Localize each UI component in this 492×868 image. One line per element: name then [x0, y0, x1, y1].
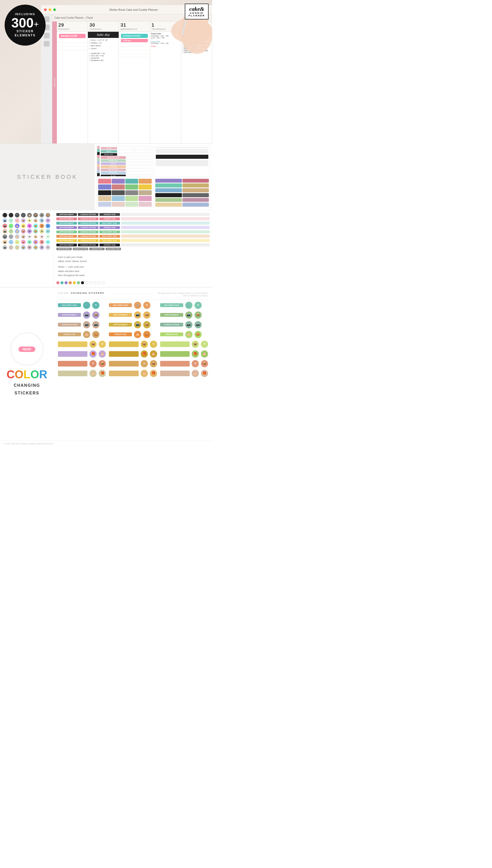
icon-circle-ros1: 📦	[21, 229, 26, 234]
badge-plus: +	[33, 20, 39, 29]
icon-blank-lg-2: ✕	[201, 341, 208, 348]
sticker-book-right-panel: to do bake bake day celebration work do …	[95, 144, 212, 210]
sticker-col-3: DELIVERY DUE 🛒 ✕ APPOINTMENT 📷 📦 CONSULT…	[160, 302, 208, 377]
day-header-monday: 29 MONDAY	[57, 22, 88, 32]
icon-blank-cor-2: 📦	[201, 360, 208, 367]
icon-blank-olv-1: 🎁	[141, 350, 148, 358]
sticker-description-text: track or plan your meals adfast, lunch, …	[56, 254, 210, 279]
sticker-label-row-purple: APPOINTMENT CONSULTATION ORDER DUE	[56, 226, 210, 229]
label-small-cons: CONSULTATION	[73, 248, 88, 250]
icon-circle-pink1: 🎂	[15, 218, 20, 223]
sticker-label-row-dark: APPOINTMENT CONSULTATION ORDER DUE	[56, 213, 210, 216]
icon-blank-lg-1: 📦	[192, 341, 199, 348]
icon-circle-org1: ⚙	[40, 224, 44, 228]
icon-blank-kha-2: 🎁	[99, 370, 106, 377]
toolbar-minimize-dot	[49, 8, 51, 11]
blank-sand	[109, 371, 139, 376]
blank-coral	[160, 361, 190, 366]
icon-order-caramel-2: 🍪	[92, 331, 99, 338]
icon-circle-yellow1: ✉	[27, 218, 32, 223]
row-blank-fern: 🎁 🎂	[160, 350, 208, 358]
dot-yellow	[73, 281, 76, 284]
sticker-label-row-pink: APPOINTMENT CONSULTATION ORDER DUE	[56, 217, 210, 220]
icon-circle-drs1: ✉	[27, 245, 32, 250]
icon-circle-cya1: 🍪	[33, 224, 38, 228]
icon-circle-sblu1: ✂	[46, 224, 50, 228]
panel-title-color: COLOR	[58, 292, 69, 294]
icon-blank-lav-2: 🎂	[99, 350, 106, 358]
icon-circle-sil1: 📷	[3, 245, 7, 250]
brand-name-cookie: cookie	[188, 12, 205, 14]
dot-teal	[60, 281, 64, 284]
row-orderdue-amber: ORDER DUE 🎂 🍪	[109, 331, 157, 338]
dot-pink	[56, 281, 59, 284]
new-badge-label: NEW!	[19, 347, 35, 352]
icon-delivery-teal-1: 🛒	[83, 302, 90, 309]
icon-circle-green1: 🛒	[9, 218, 13, 223]
blank-rect-dark	[121, 213, 210, 216]
hand-stylus-illustration	[135, 10, 212, 82]
icon-circle-gray2: 🍪	[46, 213, 50, 218]
icon-delivery-grn-1: 🛒	[185, 302, 193, 309]
label-delivery-orange: DELIVERY DUE	[99, 235, 120, 238]
label-delivery-teal: DELIVERY DUE	[58, 303, 81, 307]
icon-circle-lgr1: 🛒	[9, 229, 13, 234]
sticker-page-todo: to do bake bake day celebration work do …	[97, 146, 153, 176]
dot-purple	[65, 281, 68, 284]
icon-circle-dark6: 📦	[33, 213, 38, 218]
blank-rect-orange	[121, 235, 210, 238]
row-consultation-seafoam: CONSULTATION 📷 📷	[160, 321, 208, 328]
label-appointment-purple: APPOINTMENT	[56, 226, 77, 229]
icon-appt-gld-2: 📦	[143, 311, 150, 318]
icon-circle-mis1: ✂	[46, 245, 50, 250]
row-appointment-gold: APPOINTMENT 📷 📦	[109, 311, 157, 318]
label-order-lime: ORDER DUE	[160, 332, 183, 336]
row-orderdue-caramel: ORDER DUE 🎂 🍪	[58, 331, 106, 338]
row-blank-lavender: 🎁 🎂	[58, 350, 106, 358]
label-appointment-navy: APPOINTMENT	[56, 244, 77, 247]
sticker-label-row-orange: APPOINTMENT CONSULTATION DELIVERY DUE	[56, 235, 210, 238]
icon-circle-aqu1: ✂	[46, 229, 50, 234]
label-appointment-teal: APPOINTMENT	[56, 222, 77, 225]
dot-outline	[85, 281, 88, 284]
dentist-sticker: Dentist 11:00	[59, 34, 85, 38]
icon-circle-slm1: ⚙	[40, 240, 44, 244]
icon-delivery-grn-2: ✕	[195, 302, 202, 309]
sticker-book-title: STICKER BOOK	[17, 174, 78, 180]
dot-outline2	[89, 281, 92, 284]
blank-yellow	[58, 341, 88, 347]
sticker-col-1: DELIVERY DUE 🛒 ✕ APPOINTMENT 📷 📦 CONSULT…	[58, 302, 106, 377]
row-blank-coral: ✕ 📦	[160, 360, 208, 367]
label-appointment-yellow: APPOINTMENT	[56, 239, 77, 242]
changing-label: CHANGING	[14, 383, 40, 388]
label-delivery-green: DELIVERY DUE	[99, 231, 120, 233]
label-cons-peach: CONSULTATION	[58, 323, 81, 327]
sticker-label-row-green: APPOINTMENT CONSULTATION DELIVERY DUE	[56, 230, 210, 233]
row-blank-blush: 🎂 🎁	[160, 370, 208, 377]
icon-circles-grid: ⚙ ✂ 📷 🛒 🎂 📦 ✉ 🍪 📷 🛒 🎂 📦 ✉ 🍪 ⚙ ✂ 📷 🛒 🎂 📦 …	[3, 213, 51, 250]
dot-outline3	[93, 281, 96, 284]
sticker-label-row-navy: APPOINTMENT CONSULTATION ORDER DUE	[56, 243, 210, 247]
sidebar-icon-3	[44, 33, 49, 39]
label-consultation-green: CONSULTATION	[78, 231, 98, 233]
label-orderdue-navy: ORDER DUE	[99, 244, 120, 247]
colorbar-content	[97, 178, 153, 208]
icon-blank-yl2-2: ✕	[150, 341, 157, 348]
icon-appt-mus-2: 📦	[143, 321, 150, 328]
icon-circle-lav1: ✉	[27, 229, 32, 234]
icon-circle-dark4: 🛒	[21, 213, 26, 218]
row-blank-khaki: 🎂 🎁	[58, 370, 106, 377]
icon-circle-lteal1: ⚙	[40, 218, 44, 223]
label-appointment-pink: APPOINTMENT	[56, 218, 77, 220]
sticker-label-row-yellow: APPOINTMENT CONSULTATION DELIVERY DUE	[56, 239, 210, 242]
schedule-content	[154, 146, 210, 176]
row-orderdue-lime: ORDER DUE 🎂 🍪	[160, 331, 208, 338]
color-letter-l: L	[24, 369, 30, 380]
label-consultation-teal: CONSULTATION	[78, 222, 98, 225]
icon-blank-cor-1: ✕	[192, 360, 199, 367]
icon-blank-kha-1: 🎂	[90, 370, 97, 377]
day-col-monday: 29 MONDAY Dentist 11:00	[57, 22, 88, 144]
label-orderdue-purple: ORDER DUE	[99, 226, 120, 229]
label-delivery-orange: DELIVERY DUE	[109, 303, 132, 307]
day-header-tuesday: 30 TUESDAY	[88, 22, 119, 32]
